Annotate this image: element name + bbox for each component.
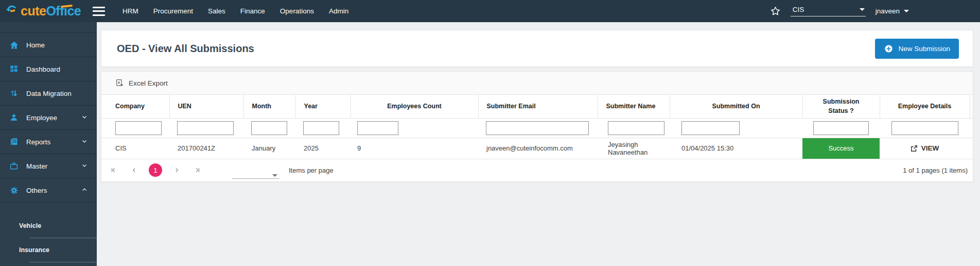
column-header-company[interactable]: Company [101, 95, 169, 118]
app-logo[interactable]: cuteOffice [0, 4, 92, 19]
cell-company: CIS [101, 138, 169, 159]
nav-item-admin[interactable]: Admin [329, 7, 348, 15]
divider [30, 262, 97, 262]
cell-employees-count: 9 [351, 138, 478, 159]
page-header-card: OED - View All Submissions New Submissio… [101, 30, 973, 67]
column-header-uen[interactable]: UEN [169, 95, 243, 118]
sidebar-subitem-vehicle[interactable]: Vehicle [0, 214, 97, 238]
sidebar-item-data-migration[interactable]: Data Migration [0, 81, 97, 106]
column-header-submitter-email[interactable]: Submitter Email [478, 95, 598, 118]
master-icon [9, 161, 19, 171]
cell-submitted-on: 01/04/2025 15:30 [670, 138, 802, 159]
current-page-button[interactable]: 1 [149, 163, 162, 177]
first-page-button[interactable] [108, 164, 120, 176]
sidebar-submenu-others: Vehicle Insurance [0, 214, 97, 262]
chevron-down-icon [81, 113, 87, 122]
sidebar-subitem-insurance[interactable]: Insurance [0, 238, 97, 262]
cell-submitter-name: Jeyasingh Navaneethan [598, 138, 670, 159]
plus-circle-icon [884, 44, 894, 54]
employee-icon [9, 112, 19, 123]
sidebar: Home Dashboard Data Migration [0, 22, 97, 266]
main-content: OED - View All Submissions New Submissio… [97, 22, 980, 266]
data-migration-icon [9, 88, 19, 98]
column-header-year[interactable]: Year [295, 95, 351, 118]
status-badge: Success [802, 138, 880, 159]
hamburger-menu-icon[interactable] [93, 7, 105, 16]
reports-icon [9, 137, 19, 147]
column-header-employee-details[interactable]: Employee Details [880, 95, 970, 118]
chevron-down-icon [81, 161, 87, 171]
nav-item-finance[interactable]: Finance [240, 7, 265, 15]
logo-text: cuteOffice [21, 5, 81, 18]
filter-submitted-on-input[interactable] [681, 121, 740, 135]
filter-month-input[interactable] [251, 121, 287, 135]
items-per-page-label: Items per page [289, 167, 334, 174]
chevron-up-icon [81, 186, 87, 195]
previous-page-button[interactable] [128, 164, 141, 176]
sidebar-item-master[interactable]: Master [0, 154, 97, 178]
page-title: OED - View All Submissions [101, 43, 254, 55]
cell-month: January [243, 138, 295, 159]
filter-uen-input[interactable] [177, 121, 234, 135]
chevron-down-icon [272, 174, 277, 177]
filter-employees-count-input[interactable] [357, 121, 398, 135]
sidebar-item-others[interactable]: Others [0, 178, 97, 203]
new-submission-button[interactable]: New Submission [875, 39, 959, 59]
column-header-submitted-on[interactable]: Submmitted On [670, 95, 802, 118]
filter-submitter-name-input[interactable] [608, 121, 664, 135]
dashboard-icon [9, 64, 19, 74]
topbar: cuteOffice HRM Procurement Sales Finance… [0, 0, 980, 22]
cell-submitter-email: jnaveen@cuteinfocomm.com [478, 138, 598, 159]
gear-icon [9, 185, 19, 195]
chevron-down-icon [81, 137, 87, 146]
excel-export-button[interactable]: Excel Export [129, 79, 168, 87]
filter-year-input[interactable] [303, 121, 339, 135]
nav-item-hrm[interactable]: HRM [122, 7, 138, 15]
filter-company-input[interactable] [115, 121, 162, 135]
column-header-spacer [970, 95, 973, 118]
submissions-table: Company UEN Month Year Employees Count S… [101, 95, 973, 159]
last-page-button[interactable] [191, 164, 203, 176]
filter-employee-details-input[interactable] [891, 121, 958, 135]
cell-employee-details: VIEW [880, 138, 970, 159]
column-header-employees-count[interactable]: Employees Count [351, 95, 478, 118]
cell-year: 2025 [295, 138, 351, 159]
sidebar-item-employee[interactable]: Employee [0, 106, 97, 130]
submissions-grid-card: Excel Export Company UEN Month Year Empl… [101, 71, 973, 182]
company-select-value: CIS [793, 6, 804, 13]
sidebar-item-home[interactable]: Home [0, 33, 97, 57]
company-select[interactable]: CIS [791, 6, 866, 16]
next-page-button[interactable] [170, 164, 183, 176]
page-size-select[interactable] [232, 167, 279, 179]
home-icon [9, 40, 19, 50]
table-row: CIS 201700241Z January 2025 9 jnaveen@cu… [101, 138, 973, 159]
user-menu[interactable]: jnaveen [876, 7, 909, 15]
column-header-submission-status[interactable]: Submission Status ? [802, 95, 880, 118]
topbar-right: CIS jnaveen [770, 6, 909, 16]
nav-item-operations[interactable]: Operations [280, 7, 314, 15]
column-header-month[interactable]: Month [243, 95, 295, 118]
logo-link-icon [5, 4, 19, 19]
nav-item-sales[interactable]: Sales [208, 7, 225, 15]
filter-submission-status-input[interactable] [813, 121, 869, 135]
chevron-down-icon [904, 10, 909, 12]
nav-item-procurement[interactable]: Procurement [153, 7, 193, 15]
username: jnaveen [876, 7, 900, 15]
cell-submission-status: Success [802, 138, 880, 159]
column-header-submitter-name[interactable]: Submitter Name [598, 95, 670, 118]
chevron-down-icon [860, 8, 865, 11]
filter-submitter-email-input[interactable] [486, 121, 589, 135]
view-button[interactable]: VIEW [880, 144, 970, 152]
sidebar-nav: Home Dashboard Data Migration [0, 32, 97, 203]
new-submission-label: New Submission [898, 45, 950, 53]
external-link-icon [911, 145, 918, 152]
favorite-star-icon[interactable] [770, 6, 781, 16]
grid-toolbar: Excel Export [101, 72, 973, 95]
sidebar-item-reports[interactable]: Reports [0, 130, 97, 154]
top-nav: HRM Procurement Sales Finance Operations… [122, 7, 348, 15]
sidebar-item-dashboard[interactable]: Dashboard [0, 57, 97, 81]
pagination-bar: 1 Items per page 1 of 1 pages (1 items) [101, 159, 973, 181]
header-row: Company UEN Month Year Employees Count S… [101, 95, 973, 118]
pagination-summary: 1 of 1 pages (1 items) [903, 167, 968, 174]
cell-uen: 201700241Z [169, 138, 243, 159]
